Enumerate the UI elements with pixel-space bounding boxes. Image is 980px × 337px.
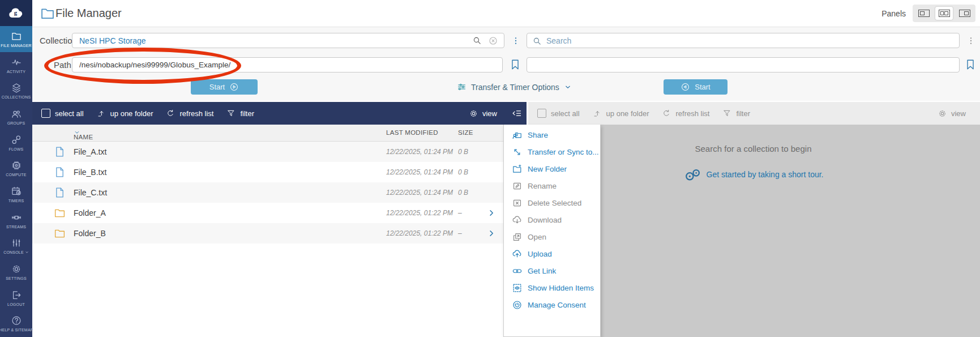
gear-icon: [11, 263, 22, 275]
hidden-eye-icon: [512, 283, 523, 293]
folder-row[interactable]: Folder_B 12/22/2025, 01:22 PM –: [32, 223, 506, 244]
sidebar-item-file-manager[interactable]: FILE MANAGER: [0, 26, 32, 52]
open-folder-chevron[interactable]: [486, 208, 497, 218]
menu-item-show-hidden-items[interactable]: Show Hidden Items: [504, 279, 600, 296]
sidebar-item-logout[interactable]: LOGOUT: [0, 285, 32, 311]
globus-logo[interactable]: [0, 0, 32, 26]
menu-item-manage-consent[interactable]: Manage Consent: [504, 296, 600, 313]
share-icon: [512, 130, 523, 140]
dual-panel-icon: [939, 10, 950, 17]
file-row[interactable]: File_C.txt 12/22/2025, 01:24 PM 0 B: [32, 182, 506, 203]
up-one-folder-button[interactable]: up one folder: [110, 109, 153, 118]
column-last-modified[interactable]: LAST MODIFIED: [386, 129, 438, 136]
up-one-folder-button[interactable]: up one folder: [606, 109, 649, 118]
start-transfer-right-button[interactable]: Start: [664, 79, 727, 95]
start-transfer-left-button[interactable]: Start: [191, 79, 258, 95]
single-panel-button[interactable]: [915, 7, 932, 20]
delete-icon: [512, 198, 523, 208]
collection-search-input[interactable]: [527, 33, 959, 48]
play-right-icon: [229, 82, 239, 92]
consent-icon: [512, 300, 523, 310]
groups-icon: [11, 108, 22, 120]
refresh-icon[interactable]: [166, 109, 175, 118]
menu-item-upload[interactable]: Upload: [504, 245, 600, 262]
column-name[interactable]: NAME: [74, 129, 80, 136]
up-one-folder-icon[interactable]: [593, 109, 602, 118]
panels-switcher: Panels: [881, 5, 975, 22]
folder-icon: [11, 31, 22, 42]
rename-icon: [512, 181, 523, 191]
collections-icon: [11, 82, 22, 93]
menu-item-share[interactable]: Share: [504, 126, 600, 143]
open-folder-chevron[interactable]: [486, 228, 497, 238]
select-all-button[interactable]: select all: [55, 109, 84, 118]
refresh-list-button[interactable]: refresh list: [675, 109, 709, 118]
file-list-header: NAME LAST MODIFIED SIZE: [32, 125, 506, 142]
right-path-input-wrap: [527, 57, 960, 72]
menu-item-transfer-or-sync[interactable]: Transfer or Sync to...: [504, 143, 600, 160]
select-all-checkbox[interactable]: [537, 109, 546, 118]
file-row[interactable]: File_B.txt 12/22/2025, 01:24 PM 0 B: [32, 162, 506, 182]
sidebar-item-compute[interactable]: COMPUTE: [0, 155, 32, 181]
filter-icon[interactable]: [226, 109, 236, 118]
timers-icon: [11, 186, 22, 197]
search-icon[interactable]: [472, 36, 482, 45]
sidebar-item-streams[interactable]: STREAMS: [0, 207, 32, 233]
view-button[interactable]: view: [938, 109, 966, 118]
view-button[interactable]: view: [469, 109, 497, 118]
gear-icon: [938, 109, 947, 118]
select-all-checkbox[interactable]: [41, 109, 50, 118]
left-panel-toolbar: select all up one folder refresh list fi…: [32, 102, 527, 125]
gear-icon: [469, 109, 478, 118]
sidebar-item-flows[interactable]: FLOWS: [0, 130, 32, 156]
collapse-menu-icon[interactable]: [511, 108, 522, 119]
sidebar-item-collections[interactable]: COLLECTIONS: [0, 78, 32, 104]
refresh-list-button[interactable]: refresh list: [179, 109, 213, 118]
filter-button[interactable]: filter: [240, 109, 254, 118]
compute-icon: [11, 160, 22, 171]
new-folder-icon: [512, 164, 523, 174]
menu-item-new-folder[interactable]: New Folder: [504, 160, 600, 177]
globus-file-manager-app: FILE MANAGER ACTIVITY COLLECTIONS GROUPS…: [0, 0, 980, 337]
right-collection-menu-dots[interactable]: [966, 33, 975, 48]
file-manager-icon: [40, 6, 55, 22]
file-row[interactable]: File_A.txt 12/22/2025, 01:24 PM 0 B: [32, 142, 506, 162]
clear-collection-icon[interactable]: [488, 36, 498, 46]
menu-item-get-link[interactable]: Get Link: [504, 262, 600, 279]
path-input[interactable]: [72, 58, 502, 72]
collection-input[interactable]: [72, 33, 504, 48]
filter-icon[interactable]: [722, 109, 731, 118]
column-size[interactable]: SIZE: [458, 129, 473, 136]
filter-button[interactable]: filter: [736, 109, 750, 118]
up-one-folder-icon[interactable]: [97, 109, 106, 118]
file-icon: [54, 166, 66, 178]
bookmark-icon[interactable]: [509, 58, 521, 71]
help-icon: [11, 315, 22, 326]
menu-item-rename[interactable]: Rename: [504, 177, 600, 194]
sidebar-item-groups[interactable]: GROUPS: [0, 104, 32, 130]
refresh-icon[interactable]: [662, 109, 671, 118]
folder-row[interactable]: Folder_A 12/22/2025, 01:22 PM –: [32, 203, 506, 223]
file-icon: [54, 186, 66, 199]
menu-item-open[interactable]: Open: [504, 228, 600, 245]
sidebar-item-timers[interactable]: TIMERS: [0, 181, 32, 207]
right-bookmark-icon[interactable]: [964, 58, 977, 71]
sidebar-item-help-sitemap[interactable]: HELP & SITEMAP: [0, 311, 32, 337]
transfer-icon: [512, 147, 523, 157]
sidebar-item-settings[interactable]: SETTINGS: [0, 259, 32, 285]
open-icon: [512, 232, 523, 242]
dual-panel-button[interactable]: [935, 7, 953, 20]
menu-item-delete-selected[interactable]: Delete Selected: [504, 194, 600, 211]
collection-menu-dots[interactable]: [511, 33, 520, 48]
file-icon: [54, 146, 66, 158]
activity-icon: [11, 57, 22, 68]
single-panel-icon: [918, 10, 930, 17]
select-all-button[interactable]: select all: [551, 109, 580, 118]
sidebar-item-activity[interactable]: ACTIVITY: [0, 52, 32, 78]
streams-icon: [11, 212, 22, 223]
detail-panel-button[interactable]: [956, 7, 973, 20]
transfer-timer-options[interactable]: Transfer & Timer Options: [457, 79, 572, 95]
menu-item-download[interactable]: Download: [504, 211, 600, 228]
right-path-input[interactable]: [527, 58, 959, 72]
sidebar-item-console[interactable]: CONSOLE: [0, 233, 32, 259]
